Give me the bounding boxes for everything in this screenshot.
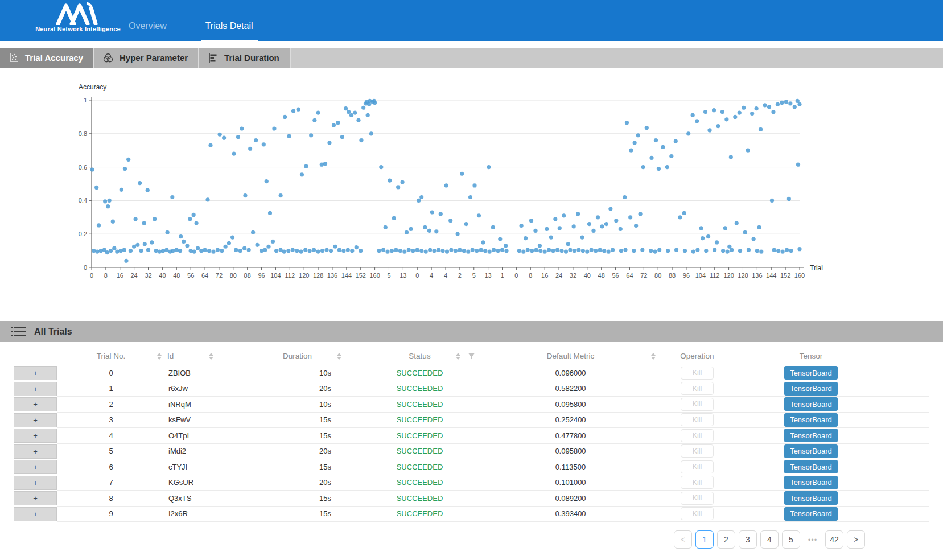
scatter-point	[366, 113, 370, 117]
scatter-point	[755, 249, 759, 253]
list-icon	[10, 325, 26, 339]
tensorboard-button[interactable]: TensorBoard	[784, 366, 838, 380]
scatter-point	[111, 220, 115, 224]
scatter-point	[576, 212, 580, 216]
scatter-point	[255, 243, 259, 247]
scatter-point	[297, 108, 300, 112]
tab-trial-duration[interactable]: Trial Duration	[199, 48, 291, 68]
pagination-prev[interactable]: <	[674, 530, 692, 549]
nav-trials-detail[interactable]: Trials Detail	[201, 21, 258, 41]
svg-text:136: 136	[327, 272, 337, 279]
scatter-point	[695, 248, 699, 252]
tensorboard-button[interactable]: TensorBoard	[784, 382, 838, 396]
scatter-point	[320, 163, 324, 167]
pagination-page-42[interactable]: 42	[825, 530, 843, 549]
scatter-point	[90, 167, 94, 171]
filter-icon[interactable]	[468, 352, 475, 360]
row-expander[interactable]: +	[14, 429, 57, 443]
svg-text:32: 32	[570, 272, 576, 279]
tensorboard-button[interactable]: TensorBoard	[784, 507, 838, 521]
tensorboard-button[interactable]: TensorBoard	[784, 444, 838, 458]
kill-button[interactable]: Kill	[681, 492, 714, 505]
tensorboard-button[interactable]: TensorBoard	[784, 476, 838, 489]
svg-text:13: 13	[400, 272, 406, 279]
sort-icon[interactable]	[157, 353, 162, 360]
tab-trial-accuracy[interactable]: Trial Accuracy	[0, 48, 94, 68]
tensorboard-button[interactable]: TensorBoard	[784, 397, 838, 411]
kill-button[interactable]: Kill	[681, 460, 714, 473]
row-expander[interactable]: +	[14, 460, 57, 474]
scatter-point	[428, 248, 432, 252]
scatter-point	[602, 249, 606, 253]
tensorboard-button[interactable]: TensorBoard	[784, 413, 838, 427]
cell-filler	[888, 491, 929, 507]
sort-icon[interactable]	[651, 353, 656, 360]
sort-icon[interactable]	[456, 353, 460, 360]
scatter-point	[286, 249, 290, 253]
sort-icon[interactable]	[337, 353, 341, 360]
svg-text:64: 64	[201, 272, 208, 279]
tensorboard-button[interactable]: TensorBoard	[784, 429, 838, 442]
row-expander[interactable]: +	[14, 491, 57, 505]
scatter-point	[759, 127, 763, 131]
scatter-point	[248, 147, 252, 151]
scatter-point	[566, 242, 570, 246]
cell-id: iMdi2	[165, 444, 236, 460]
scatter-point	[247, 248, 251, 252]
row-expander[interactable]: +	[14, 382, 57, 396]
pagination-page-5[interactable]: 5	[782, 530, 800, 549]
scatter-point	[411, 249, 415, 253]
row-expander[interactable]: +	[14, 413, 57, 427]
kill-button[interactable]: Kill	[681, 382, 714, 395]
row-expander[interactable]: +	[14, 397, 57, 411]
cell-metric: 0.252400	[481, 413, 660, 429]
kill-button[interactable]: Kill	[681, 444, 714, 458]
scatter-point	[491, 225, 495, 229]
scatter-point	[724, 117, 728, 121]
kill-button[interactable]: Kill	[681, 367, 714, 380]
kill-button[interactable]: Kill	[681, 398, 714, 411]
scatter-point	[629, 149, 633, 153]
scatter-point	[715, 240, 719, 244]
scatter-point	[555, 248, 559, 252]
header-id: Id	[165, 347, 236, 365]
scatter-point	[726, 249, 730, 253]
kill-button[interactable]: Kill	[681, 413, 714, 426]
cell-duration: 15s	[236, 459, 359, 475]
tab-hyper-parameter[interactable]: Hyper Parameter	[94, 48, 199, 68]
scatter-point	[405, 230, 409, 234]
tensorboard-button[interactable]: TensorBoard	[784, 460, 838, 473]
pagination-page-3[interactable]: 3	[739, 530, 757, 549]
pagination-page-2[interactable]: 2	[717, 530, 735, 549]
kill-button[interactable]: Kill	[681, 476, 714, 489]
kill-button[interactable]: Kill	[681, 507, 714, 520]
svg-text:72: 72	[216, 272, 223, 279]
scatter-point	[265, 179, 269, 183]
scatter-point	[591, 229, 595, 233]
kill-button[interactable]: Kill	[681, 429, 714, 442]
scatter-point	[517, 249, 521, 253]
scatter-point	[166, 230, 170, 234]
tensorboard-button[interactable]: TensorBoard	[784, 491, 838, 505]
scatter-point	[205, 197, 209, 201]
scatter-point	[279, 248, 283, 252]
scatter-point	[291, 109, 295, 113]
pagination-next[interactable]: >	[847, 530, 865, 549]
scatter-point	[645, 126, 649, 130]
scatter-point	[192, 249, 196, 253]
row-expander[interactable]: +	[14, 507, 57, 521]
pagination-page-1[interactable]: 1	[695, 530, 714, 549]
cell-filler	[888, 397, 929, 413]
scatter-point	[787, 197, 791, 201]
nav-overview[interactable]: Overview	[124, 21, 171, 41]
scatter-point	[686, 131, 690, 135]
scatter-point	[126, 158, 130, 162]
sort-icon[interactable]	[209, 353, 213, 360]
cell-duration: 20s	[236, 444, 359, 460]
pagination-page-4[interactable]: 4	[760, 530, 779, 549]
row-expander[interactable]: +	[14, 444, 57, 459]
scatter-point	[492, 248, 496, 252]
row-expander[interactable]: +	[14, 476, 57, 490]
row-expander[interactable]: +	[14, 366, 57, 380]
scatter-point	[596, 215, 600, 219]
